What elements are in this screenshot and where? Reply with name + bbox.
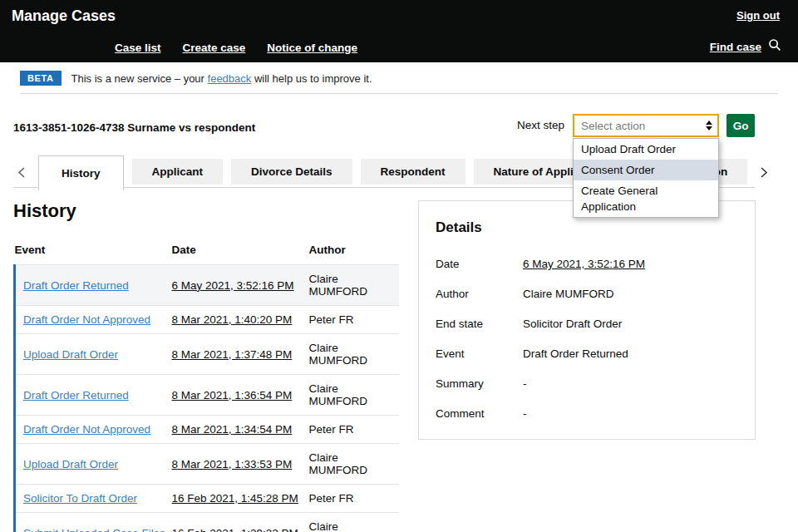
beta-badge: BETA — [20, 71, 62, 86]
next-step-select-value: Select action — [581, 120, 645, 132]
detail-row: Date 6 May 2021, 3:52:16 PM — [436, 258, 738, 270]
nav-link[interactable]: Create case — [183, 42, 246, 54]
event-link[interactable]: Draft Order Returned — [23, 279, 129, 292]
event-date: 8 Mar 2021, 1:34:54 PM — [172, 423, 293, 436]
detail-row: Comment - — [436, 407, 738, 420]
app-header: Manage Cases Sign out Case list Create c… — [0, 0, 798, 62]
history-row: Draft Order Not Approved 8 Mar 2021, 1:4… — [15, 306, 400, 334]
detail-row: Author Claire MUMFORD — [436, 288, 738, 300]
detail-value: Solicitor Draft Order — [523, 318, 622, 330]
beta-text-after: will help us to improve it. — [251, 72, 372, 85]
event-date: 16 Feb 2021, 1:39:33 PM — [172, 527, 298, 532]
detail-label: Comment — [436, 407, 523, 420]
event-author: Claire MUMFORD — [309, 520, 368, 532]
sign-out-link[interactable]: Sign out — [736, 9, 780, 22]
dropdown-option[interactable]: Create General Application — [574, 180, 718, 217]
dropdown-option[interactable]: Consent Order — [574, 160, 718, 180]
detail-label: Event — [436, 347, 523, 360]
dropdown-option[interactable]: Upload Draft Order — [574, 139, 718, 160]
detail-value: - — [523, 407, 527, 420]
beta-banner: BETA This is a new service – your feedba… — [0, 62, 798, 86]
column-header-date: Date — [172, 240, 309, 265]
event-link[interactable]: Draft Order Returned — [23, 389, 129, 401]
history-row: Draft Order Returned 6 May 2021, 3:52:16… — [15, 265, 400, 306]
case-title: 1613-3851-1026-4738 Surname vs responden… — [13, 121, 255, 134]
event-link[interactable]: Upload Draft Order — [23, 348, 118, 361]
details-rows: Date 6 May 2021, 3:52:16 PM Author Clair… — [436, 258, 738, 420]
event-author: Peter FR — [309, 492, 354, 505]
history-row: Solicitor To Draft Order 16 Feb 2021, 1:… — [15, 485, 400, 513]
detail-label: End state — [436, 318, 523, 330]
case-bar: 1613-3851-1026-4738 Surname vs responden… — [13, 114, 755, 142]
detail-label: Summary — [436, 377, 523, 390]
event-link[interactable]: Submit Uploaded Case Files — [23, 527, 165, 532]
event-link[interactable]: Draft Order Not Approved — [23, 423, 150, 436]
main-nav: Case list Create case Notice of change — [115, 42, 357, 54]
detail-value: - — [523, 377, 527, 390]
divider — [20, 93, 778, 94]
tab[interactable]: History — [38, 155, 124, 190]
beta-text-before: This is a new service – your — [71, 72, 208, 85]
tab[interactable]: Divorce Details — [231, 159, 352, 185]
next-step-select[interactable]: Select action — [573, 114, 719, 137]
next-step-dropdown: Upload Draft Order Consent Order Create … — [573, 138, 719, 218]
next-step-label: Next step — [517, 114, 564, 137]
column-header-event: Event — [15, 240, 172, 265]
event-author: Claire MUMFORD — [309, 382, 368, 407]
find-case[interactable]: Find case — [710, 38, 781, 55]
history-row: Upload Draft Order 8 Mar 2021, 1:37:48 P… — [15, 334, 400, 375]
detail-row: End state Solicitor Draft Order — [436, 318, 738, 330]
event-author: Peter FR — [309, 423, 354, 436]
event-author: Claire MUMFORD — [309, 451, 368, 476]
details-heading: Details — [436, 219, 738, 236]
detail-value: Claire MUMFORD — [523, 288, 614, 300]
next-step: Next step Select action Upload Draft Ord… — [517, 114, 755, 137]
event-author: Claire MUMFORD — [309, 273, 368, 298]
next-tabs-icon[interactable] — [756, 166, 772, 180]
event-date: 8 Mar 2021, 1:33:53 PM — [172, 458, 293, 470]
search-icon[interactable] — [768, 38, 781, 55]
event-link[interactable]: Draft Order Not Approved — [23, 313, 150, 326]
event-date: 8 Mar 2021, 1:36:54 PM — [172, 389, 293, 401]
go-button[interactable]: Go — [727, 114, 755, 137]
detail-row: Summary - — [436, 377, 738, 390]
beta-text: This is a new service – your feedback wi… — [71, 72, 372, 85]
main-content: History Event Date Author Draft Order Re… — [13, 200, 755, 532]
history-row: Upload Draft Order 8 Mar 2021, 1:33:53 P… — [15, 444, 400, 485]
history-row: Submit Uploaded Case Files 16 Feb 2021, … — [15, 513, 400, 532]
event-date: 16 Feb 2021, 1:45:28 PM — [172, 492, 298, 505]
details-panel: Details Date 6 May 2021, 3:52:16 PM Auth… — [418, 200, 756, 440]
detail-label: Date — [436, 258, 523, 270]
event-author: Peter FR — [309, 313, 354, 326]
next-step-select-wrap: Select action Upload Draft Order Consent… — [573, 114, 719, 137]
history-table: Event Date Author Draft Order Returned 6… — [13, 240, 399, 532]
nav-link[interactable]: Notice of change — [267, 42, 357, 54]
history-row: Draft Order Returned 8 Mar 2021, 1:36:54… — [15, 375, 400, 416]
select-spinner-icon — [706, 121, 712, 131]
detail-label: Author — [436, 288, 523, 300]
column-header-author: Author — [309, 240, 400, 265]
find-case-label[interactable]: Find case — [710, 41, 761, 53]
history-row: Draft Order Not Approved 8 Mar 2021, 1:3… — [15, 416, 400, 444]
event-link[interactable]: Upload Draft Order — [23, 458, 118, 470]
previous-tabs-icon[interactable] — [13, 166, 30, 180]
app-title: Manage Cases — [12, 7, 116, 25]
event-date: 6 May 2021, 3:52:16 PM — [172, 279, 294, 292]
detail-value: Draft Order Returned — [523, 347, 628, 360]
tab[interactable]: Applicant — [132, 159, 224, 185]
event-date: 8 Mar 2021, 1:40:20 PM — [172, 313, 293, 326]
event-author: Claire MUMFORD — [309, 342, 368, 367]
detail-row: Event Draft Order Returned — [436, 347, 738, 360]
detail-value: 6 May 2021, 3:52:16 PM — [523, 258, 645, 270]
feedback-link[interactable]: feedback — [208, 72, 252, 85]
event-link[interactable]: Solicitor To Draft Order — [23, 492, 137, 505]
tab[interactable]: Respondent — [361, 159, 466, 185]
event-date: 8 Mar 2021, 1:37:48 PM — [172, 348, 293, 361]
nav-link[interactable]: Case list — [115, 42, 161, 54]
